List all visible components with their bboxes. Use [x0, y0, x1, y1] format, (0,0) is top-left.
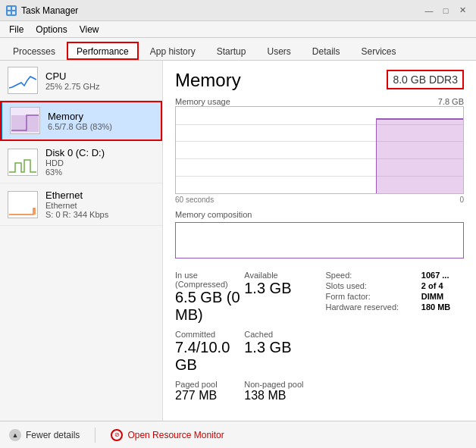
hw-reserved-value: 180 MB [421, 302, 464, 312]
fewer-details-label: Fewer details [26, 430, 80, 440]
non-paged-pool-label: Non-paged pool [244, 380, 313, 389]
memory-spike-top [376, 118, 418, 120]
sidebar: CPU 25% 2.75 GHz Memory 6.5/7.8 GB (83%) [0, 61, 163, 421]
title-bar-left: Task Manager [6, 5, 78, 16]
memory-spike [376, 120, 418, 193]
cached-block: Cached 1.3 GB [244, 327, 313, 377]
stats-left: In use (Compressed) 6.5 GB (0 MB) Availa… [175, 268, 314, 412]
disk-mini-chart [9, 151, 36, 174]
form-label: Form factor: [326, 292, 412, 301]
menu-view[interactable]: View [74, 23, 105, 36]
chart-time-labels: 60 seconds 0 [175, 196, 464, 204]
panel-spec: 8.0 GB DDR3 [387, 70, 464, 89]
sidebar-item-cpu[interactable]: CPU 25% 2.75 GHz [0, 61, 162, 101]
svg-rect-2 [8, 11, 11, 14]
sidebar-item-disk[interactable]: Disk 0 (C: D:) HDD 63% [0, 141, 162, 183]
available-block: Available 1.3 GB [244, 268, 313, 327]
svg-rect-3 [12, 11, 15, 14]
slots-label: Slots used: [326, 281, 412, 290]
cpu-mini-chart [9, 69, 36, 92]
stats-container: In use (Compressed) 6.5 GB (0 MB) Availa… [175, 268, 464, 412]
sidebar-item-ethernet[interactable]: Ethernet Ethernet S: 0 R: 344 Kbps [0, 183, 162, 226]
non-paged-pool-block: Non-paged pool 138 MB [244, 377, 313, 406]
title-bar: Task Manager — □ ✕ [0, 0, 476, 21]
fewer-details-icon: ▲ [9, 429, 21, 441]
usage-chart-label: Memory usage [175, 97, 230, 106]
menu-file[interactable]: File [3, 23, 30, 36]
stats-right-panel: Speed: 1067 ... Slots used: 2 of 4 Form … [314, 268, 465, 412]
paged-pool-label: Paged pool [175, 380, 244, 389]
main-content: CPU 25% 2.75 GHz Memory 6.5/7.8 GB (83%) [0, 61, 476, 421]
cpu-detail: 25% 2.75 GHz [45, 82, 155, 91]
cached-label: Cached [244, 330, 313, 339]
in-use-block: In use (Compressed) 6.5 GB (0 MB) [175, 268, 244, 327]
tab-users[interactable]: Users [257, 42, 300, 60]
open-resource-monitor-label: Open Resource Monitor [127, 430, 224, 440]
memory-label: Memory [48, 111, 155, 122]
resource-monitor-icon: ⊘ [111, 429, 123, 441]
window-title: Task Manager [21, 5, 78, 16]
tab-details[interactable]: Details [302, 42, 350, 60]
ethernet-label: Ethernet [45, 190, 155, 201]
time-start: 60 seconds [175, 196, 214, 204]
app-icon [6, 5, 17, 16]
bottom-divider [95, 428, 96, 443]
usage-chart-label-row: Memory usage 7.8 GB [175, 97, 464, 106]
ethernet-icon-container [8, 191, 38, 218]
paged-pool-block: Paged pool 277 MB [175, 377, 244, 406]
in-use-value: 6.5 GB (0 MB) [175, 289, 244, 324]
svg-rect-0 [8, 7, 11, 10]
committed-block: Committed 7.4/10.0 GB [175, 327, 244, 377]
tab-services[interactable]: Services [352, 42, 406, 60]
tab-performance[interactable]: Performance [67, 42, 139, 60]
tab-processes[interactable]: Processes [3, 42, 65, 60]
disk-detail1: HDD [45, 158, 155, 168]
slots-value: 2 of 4 [421, 281, 464, 290]
memory-mini-chart [11, 109, 39, 132]
memory-icon-container [10, 107, 40, 134]
speed-value: 1067 ... [421, 271, 464, 280]
ethernet-mini-chart [9, 193, 36, 216]
side-stats-grid: Speed: 1067 ... Slots used: 2 of 4 Form … [326, 271, 465, 312]
disk-label: Disk 0 (C: D:) [45, 147, 155, 158]
panel-header: Memory 8.0 GB DDR3 [175, 70, 464, 91]
bottom-bar: ▲ Fewer details ⊘ Open Resource Monitor [0, 421, 476, 448]
fewer-details-button[interactable]: ▲ Fewer details [9, 429, 80, 441]
open-resource-monitor-button[interactable]: ⊘ Open Resource Monitor [111, 429, 224, 441]
available-label: Available [244, 271, 313, 280]
svg-rect-1 [12, 7, 15, 10]
disk-icon-container [8, 149, 38, 176]
committed-label: Committed [175, 330, 244, 339]
cpu-label: CPU [45, 70, 155, 82]
maximize-button[interactable]: □ [438, 4, 453, 17]
close-button[interactable]: ✕ [455, 4, 470, 17]
svg-rect-5 [11, 115, 39, 132]
title-bar-controls: — □ ✕ [421, 4, 470, 17]
in-use-label: In use (Compressed) [175, 271, 244, 289]
tab-bar: Processes Performance App history Startu… [0, 38, 476, 61]
available-value: 1.3 GB [244, 280, 313, 297]
cpu-info: CPU 25% 2.75 GHz [45, 70, 155, 91]
menu-options[interactable]: Options [30, 23, 73, 36]
paged-pool-value: 277 MB [175, 389, 244, 403]
menu-bar: File Options View [0, 21, 476, 38]
tab-startup[interactable]: Startup [207, 42, 256, 60]
memory-info: Memory 6.5/7.8 GB (83%) [48, 111, 155, 131]
chart-inner [176, 107, 463, 193]
composition-label: Memory composition [175, 210, 464, 219]
cpu-icon-container [8, 67, 38, 94]
sidebar-item-memory[interactable]: Memory 6.5/7.8 GB (83%) [0, 101, 162, 141]
memory-fill-right [418, 120, 463, 193]
disk-detail2: 63% [45, 168, 155, 177]
time-end: 0 [459, 196, 464, 204]
tab-app-history[interactable]: App history [140, 42, 205, 60]
disk-info: Disk 0 (C: D:) HDD 63% [45, 147, 155, 177]
stats-grid-top: In use (Compressed) 6.5 GB (0 MB) Availa… [175, 268, 314, 406]
right-panel: Memory 8.0 GB DDR3 Memory usage 7.8 GB 6… [163, 61, 476, 421]
memory-detail: 6.5/7.8 GB (83%) [48, 122, 155, 131]
minimize-button[interactable]: — [421, 4, 437, 17]
ethernet-detail2: S: 0 R: 344 Kbps [45, 210, 155, 219]
panel-title: Memory [175, 70, 241, 91]
memory-composition-chart [175, 222, 464, 258]
committed-value: 7.4/10.0 GB [175, 339, 244, 374]
